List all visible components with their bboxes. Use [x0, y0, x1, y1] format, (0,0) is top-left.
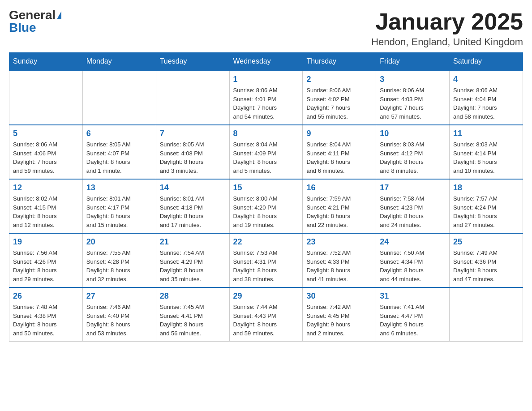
column-header-saturday: Saturday	[450, 53, 523, 71]
column-header-wednesday: Wednesday	[229, 53, 303, 71]
day-info: Sunrise: 7:50 AM Sunset: 4:34 PM Dayligh…	[380, 248, 446, 283]
day-info: Sunrise: 7:52 AM Sunset: 4:33 PM Dayligh…	[306, 248, 372, 283]
day-cell: 4Sunrise: 8:06 AM Sunset: 4:04 PM Daylig…	[450, 71, 523, 125]
day-number: 11	[453, 129, 519, 138]
day-info: Sunrise: 8:02 AM Sunset: 4:15 PM Dayligh…	[13, 194, 79, 229]
day-number: 6	[86, 129, 152, 138]
day-number: 23	[306, 237, 372, 247]
day-info: Sunrise: 8:06 AM Sunset: 4:04 PM Dayligh…	[453, 86, 519, 121]
day-cell: 14Sunrise: 8:01 AM Sunset: 4:18 PM Dayli…	[156, 179, 229, 233]
day-cell: 21Sunrise: 7:54 AM Sunset: 4:29 PM Dayli…	[156, 233, 229, 287]
page-header: General Blue January 2025 Hendon, Englan…	[9, 9, 523, 48]
logo-general-text: General	[9, 9, 56, 21]
day-info: Sunrise: 7:44 AM Sunset: 4:43 PM Dayligh…	[233, 303, 299, 338]
day-number: 8	[233, 129, 299, 138]
day-number: 13	[86, 183, 152, 193]
day-cell: 3Sunrise: 8:06 AM Sunset: 4:03 PM Daylig…	[376, 71, 450, 125]
day-info: Sunrise: 8:01 AM Sunset: 4:17 PM Dayligh…	[86, 194, 152, 229]
day-cell: 9Sunrise: 8:04 AM Sunset: 4:11 PM Daylig…	[303, 125, 376, 179]
day-cell: 28Sunrise: 7:45 AM Sunset: 4:41 PM Dayli…	[156, 287, 229, 342]
day-cell: 24Sunrise: 7:50 AM Sunset: 4:34 PM Dayli…	[376, 233, 450, 287]
day-number: 16	[306, 183, 372, 193]
day-cell	[82, 71, 156, 125]
day-number: 19	[13, 237, 79, 247]
day-cell: 11Sunrise: 8:03 AM Sunset: 4:14 PM Dayli…	[450, 125, 523, 179]
week-row-4: 19Sunrise: 7:56 AM Sunset: 4:26 PM Dayli…	[9, 233, 523, 287]
column-header-tuesday: Tuesday	[156, 53, 229, 71]
calendar-table: SundayMondayTuesdayWednesdayThursdayFrid…	[9, 52, 523, 342]
day-number: 27	[86, 291, 152, 301]
day-number: 21	[160, 237, 226, 247]
day-cell: 1Sunrise: 8:06 AM Sunset: 4:01 PM Daylig…	[229, 71, 303, 125]
day-info: Sunrise: 8:06 AM Sunset: 4:01 PM Dayligh…	[233, 86, 299, 121]
day-number: 30	[306, 291, 372, 301]
column-header-thursday: Thursday	[303, 53, 376, 71]
day-info: Sunrise: 7:59 AM Sunset: 4:21 PM Dayligh…	[306, 194, 372, 229]
logo: General Blue	[9, 9, 61, 34]
day-cell: 29Sunrise: 7:44 AM Sunset: 4:43 PM Dayli…	[229, 287, 303, 342]
day-info: Sunrise: 8:01 AM Sunset: 4:18 PM Dayligh…	[160, 194, 226, 229]
day-number: 14	[160, 183, 226, 193]
day-info: Sunrise: 8:04 AM Sunset: 4:11 PM Dayligh…	[306, 140, 372, 175]
day-number: 2	[306, 75, 372, 84]
week-row-5: 26Sunrise: 7:48 AM Sunset: 4:38 PM Dayli…	[9, 287, 523, 342]
week-row-3: 12Sunrise: 8:02 AM Sunset: 4:15 PM Dayli…	[9, 179, 523, 233]
day-number: 25	[453, 237, 519, 247]
day-number: 28	[160, 291, 226, 301]
day-cell: 26Sunrise: 7:48 AM Sunset: 4:38 PM Dayli…	[9, 287, 83, 342]
day-number: 17	[380, 183, 446, 193]
day-info: Sunrise: 8:05 AM Sunset: 4:08 PM Dayligh…	[160, 140, 226, 175]
day-info: Sunrise: 8:06 AM Sunset: 4:03 PM Dayligh…	[380, 86, 446, 121]
day-info: Sunrise: 7:48 AM Sunset: 4:38 PM Dayligh…	[13, 303, 79, 338]
day-cell	[156, 71, 229, 125]
day-cell: 12Sunrise: 8:02 AM Sunset: 4:15 PM Dayli…	[9, 179, 83, 233]
day-cell: 20Sunrise: 7:55 AM Sunset: 4:28 PM Dayli…	[82, 233, 156, 287]
day-cell: 18Sunrise: 7:57 AM Sunset: 4:24 PM Dayli…	[450, 179, 523, 233]
day-number: 15	[233, 183, 299, 193]
calendar-header-row: SundayMondayTuesdayWednesdayThursdayFrid…	[9, 53, 523, 71]
logo-blue-text: Blue	[9, 21, 36, 34]
day-info: Sunrise: 8:05 AM Sunset: 4:07 PM Dayligh…	[86, 140, 152, 175]
day-number: 9	[306, 129, 372, 138]
day-info: Sunrise: 8:03 AM Sunset: 4:14 PM Dayligh…	[453, 140, 519, 175]
calendar-subtitle: Hendon, England, United Kingdom	[371, 36, 523, 48]
day-number: 31	[380, 291, 446, 301]
day-cell	[450, 287, 523, 342]
day-info: Sunrise: 7:54 AM Sunset: 4:29 PM Dayligh…	[160, 248, 226, 283]
day-info: Sunrise: 8:04 AM Sunset: 4:09 PM Dayligh…	[233, 140, 299, 175]
day-info: Sunrise: 7:45 AM Sunset: 4:41 PM Dayligh…	[160, 303, 226, 338]
day-number: 20	[86, 237, 152, 247]
day-cell: 30Sunrise: 7:42 AM Sunset: 4:45 PM Dayli…	[303, 287, 376, 342]
day-info: Sunrise: 8:06 AM Sunset: 4:02 PM Dayligh…	[306, 86, 372, 121]
day-number: 18	[453, 183, 519, 193]
day-number: 24	[380, 237, 446, 247]
day-cell: 8Sunrise: 8:04 AM Sunset: 4:09 PM Daylig…	[229, 125, 303, 179]
day-cell: 23Sunrise: 7:52 AM Sunset: 4:33 PM Dayli…	[303, 233, 376, 287]
day-number: 1	[233, 75, 299, 84]
day-cell: 27Sunrise: 7:46 AM Sunset: 4:40 PM Dayli…	[82, 287, 156, 342]
day-cell: 17Sunrise: 7:58 AM Sunset: 4:23 PM Dayli…	[376, 179, 450, 233]
calendar-title: January 2025	[371, 9, 523, 34]
week-row-1: 1Sunrise: 8:06 AM Sunset: 4:01 PM Daylig…	[9, 71, 523, 125]
day-number: 3	[380, 75, 446, 84]
week-row-2: 5Sunrise: 8:06 AM Sunset: 4:06 PM Daylig…	[9, 125, 523, 179]
logo-triangle-icon	[57, 11, 61, 19]
day-cell: 15Sunrise: 8:00 AM Sunset: 4:20 PM Dayli…	[229, 179, 303, 233]
day-cell: 2Sunrise: 8:06 AM Sunset: 4:02 PM Daylig…	[303, 71, 376, 125]
day-number: 22	[233, 237, 299, 247]
column-header-monday: Monday	[82, 53, 156, 71]
day-info: Sunrise: 7:41 AM Sunset: 4:47 PM Dayligh…	[380, 303, 446, 338]
day-cell: 19Sunrise: 7:56 AM Sunset: 4:26 PM Dayli…	[9, 233, 83, 287]
column-header-sunday: Sunday	[9, 53, 83, 71]
day-info: Sunrise: 7:55 AM Sunset: 4:28 PM Dayligh…	[86, 248, 152, 283]
day-info: Sunrise: 8:03 AM Sunset: 4:12 PM Dayligh…	[380, 140, 446, 175]
day-info: Sunrise: 7:58 AM Sunset: 4:23 PM Dayligh…	[380, 194, 446, 229]
day-number: 7	[160, 129, 226, 138]
day-cell	[9, 71, 83, 125]
day-number: 5	[13, 129, 79, 138]
day-info: Sunrise: 8:06 AM Sunset: 4:06 PM Dayligh…	[13, 140, 79, 175]
day-info: Sunrise: 7:53 AM Sunset: 4:31 PM Dayligh…	[233, 248, 299, 283]
day-info: Sunrise: 7:49 AM Sunset: 4:36 PM Dayligh…	[453, 248, 519, 283]
day-cell: 6Sunrise: 8:05 AM Sunset: 4:07 PM Daylig…	[82, 125, 156, 179]
day-info: Sunrise: 7:46 AM Sunset: 4:40 PM Dayligh…	[86, 303, 152, 338]
